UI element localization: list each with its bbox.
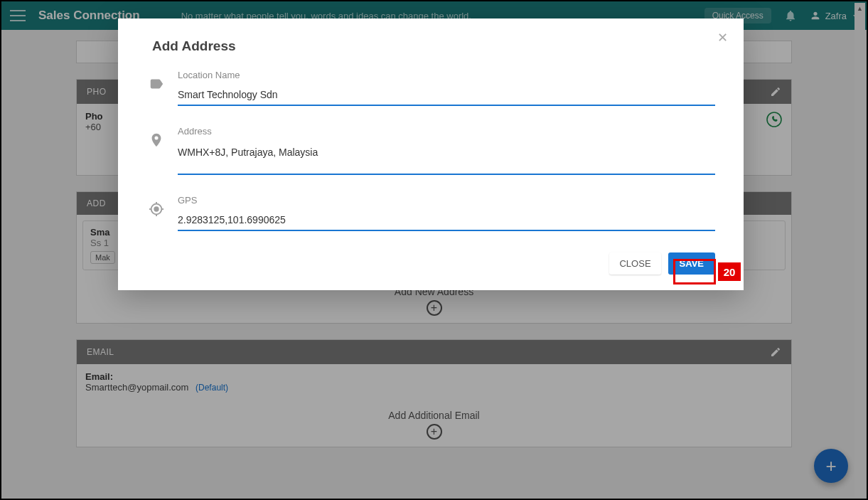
add-address-modal: ✕ Add Address Location Name Address WMHX… bbox=[118, 18, 744, 290]
close-button[interactable]: CLOSE bbox=[609, 252, 660, 275]
location-name-row: Location Name bbox=[146, 70, 715, 106]
close-icon[interactable]: ✕ bbox=[713, 26, 732, 50]
modal-title: Add Address bbox=[152, 38, 715, 54]
svg-point-2 bbox=[154, 207, 159, 211]
label-icon bbox=[146, 74, 166, 94]
modal-actions: CLOSE SAVE bbox=[146, 252, 715, 275]
gps-row: GPS bbox=[146, 195, 715, 231]
gps-input[interactable] bbox=[178, 210, 715, 231]
location-name-label: Location Name bbox=[178, 70, 715, 80]
address-label: Address bbox=[178, 126, 715, 137]
address-input[interactable]: WMHX+8J, Putrajaya, Malaysia bbox=[178, 141, 715, 175]
gps-label: GPS bbox=[178, 195, 715, 206]
address-row: Address WMHX+8J, Putrajaya, Malaysia bbox=[146, 126, 715, 175]
pin-icon bbox=[146, 130, 166, 150]
location-name-input[interactable] bbox=[178, 85, 715, 106]
save-button[interactable]: SAVE bbox=[668, 252, 715, 275]
annotation-callout: 20 bbox=[718, 262, 741, 281]
gps-icon bbox=[146, 199, 166, 219]
